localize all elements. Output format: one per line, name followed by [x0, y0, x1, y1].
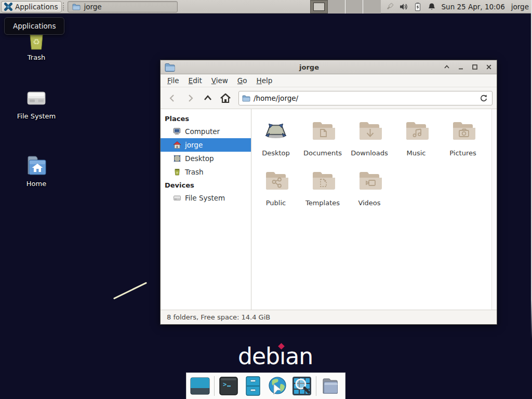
folder-public[interactable]: Public [252, 167, 299, 217]
sidebar-places-header: Places [161, 112, 251, 125]
file-manager-window: jorge File Edit View Go Help [160, 60, 497, 325]
dock-panel: > [186, 373, 345, 399]
folder-name: Templates [305, 199, 340, 207]
window-icon [165, 62, 175, 72]
file-manager-icon[interactable] [243, 376, 263, 396]
svg-text:♻: ♻ [33, 37, 40, 47]
sidebar-item-computer[interactable]: Computer [161, 125, 251, 138]
folder-pictures[interactable]: Pictures [440, 117, 486, 167]
volume-icon[interactable] [399, 2, 408, 11]
statusbar: 8 folders, Free space: 14.4 GiB [161, 310, 497, 324]
workspace-4[interactable] [363, 0, 381, 14]
reload-button[interactable] [478, 93, 489, 103]
menu-help[interactable]: Help [252, 75, 277, 86]
workspace-1[interactable] [310, 0, 328, 14]
drive-icon [24, 86, 49, 111]
desktop-icon-home[interactable]: Home [11, 153, 61, 188]
sidebar-item-label: Desktop [185, 154, 214, 163]
sidebar-item-trash[interactable]: Trash [161, 165, 251, 179]
sidebar-item-label: File System [185, 194, 225, 202]
menu-go[interactable]: Go [233, 75, 252, 86]
desktop-icon-label: Home [26, 180, 46, 188]
desktop-icon-file-system[interactable]: File System [11, 86, 61, 120]
shade-button[interactable] [443, 63, 450, 71]
folder-documents[interactable]: Documents [299, 117, 346, 167]
home-icon [173, 141, 181, 149]
file-view[interactable]: Desktop Documents [251, 109, 497, 310]
logo-text: deb [238, 343, 280, 369]
workspace-3[interactable] [345, 0, 363, 14]
sidebar-item-label: Trash [185, 168, 204, 176]
window-titlebar[interactable]: jorge [161, 60, 497, 74]
sidebar-item-file-system[interactable]: File System [161, 191, 251, 205]
maximize-button[interactable] [471, 63, 478, 71]
up-button[interactable] [200, 90, 216, 106]
terminal-icon[interactable]: > [218, 376, 239, 396]
dock-separator [316, 376, 316, 396]
show-desktop-icon[interactable] [190, 376, 210, 396]
sidebar-item-jorge[interactable]: jorge [161, 138, 251, 152]
taskbar-window-button[interactable]: jorge [68, 1, 178, 12]
music-folder-icon [404, 117, 429, 142]
folder-name: Documents [303, 149, 342, 157]
vertical-scrollbar[interactable] [491, 109, 497, 310]
sidebar-item-desktop[interactable]: Desktop [161, 152, 251, 165]
applications-icon [4, 3, 12, 11]
drive-icon [173, 194, 181, 202]
path-text[interactable]: /home/jorge/ [254, 94, 475, 102]
folder-desktop[interactable]: Desktop [252, 117, 299, 167]
folder-name: Pictures [449, 149, 476, 157]
menubar: File Edit View Go Help [161, 74, 497, 87]
menu-edit[interactable]: Edit [184, 75, 207, 86]
sidebar: Places Computer jorge [161, 109, 251, 310]
workspace-2[interactable] [328, 0, 345, 14]
battery-icon[interactable] [413, 2, 422, 11]
dock-separator [214, 376, 215, 396]
documents-folder-icon [310, 117, 335, 142]
menu-file[interactable]: File [163, 75, 184, 86]
home-button[interactable] [218, 90, 233, 106]
folder-music[interactable]: Music [393, 117, 440, 167]
desktop-icon-label: Trash [28, 54, 45, 61]
desktop-icon [173, 154, 181, 163]
folder-name: Videos [358, 199, 380, 207]
path-bar[interactable]: /home/jorge/ [238, 91, 493, 105]
applications-menu-button[interactable]: Applications [1, 1, 62, 12]
folder-name: Downloads [351, 149, 388, 157]
folder-videos[interactable]: Videos [346, 167, 393, 217]
sidebar-item-label: jorge [185, 141, 203, 149]
sidebar-devices-header: Devices [161, 179, 251, 191]
sidebar-item-label: Computer [185, 127, 220, 136]
panel-username: jorge [511, 3, 529, 11]
menu-view[interactable]: View [207, 75, 233, 86]
system-tray [385, 2, 436, 11]
close-button[interactable] [485, 63, 493, 71]
toolbar: /home/jorge/ [161, 87, 497, 109]
folder-icon [242, 95, 250, 102]
folder-name: Public [266, 199, 286, 207]
minimize-button[interactable] [457, 63, 464, 71]
folder-icon [72, 3, 81, 10]
panel-grip[interactable] [63, 3, 66, 10]
desktop-icon-label: File System [17, 112, 56, 120]
home-folder-icon [24, 153, 49, 178]
window-body: Places Computer jorge [161, 109, 497, 310]
logo-text: an [285, 343, 313, 369]
taskbar-window-label: jorge [84, 3, 101, 11]
folder-name: Desktop [262, 149, 290, 157]
window-controls [443, 63, 493, 71]
app-finder-icon[interactable] [291, 376, 312, 396]
stray-line-artifact [113, 282, 147, 300]
panel-clock[interactable]: Sun 25 Apr, 10:06 [442, 3, 505, 11]
videos-folder-icon [357, 167, 382, 192]
trash-icon [173, 168, 181, 176]
forward-button[interactable] [182, 90, 198, 106]
back-button[interactable] [165, 90, 180, 106]
notifications-icon[interactable] [427, 2, 436, 11]
folder-downloads[interactable]: Downloads [346, 117, 393, 167]
network-icon[interactable] [385, 2, 394, 11]
home-folder-icon[interactable] [320, 376, 341, 396]
web-browser-icon[interactable] [267, 376, 288, 396]
files-grid: Desktop Documents [251, 109, 491, 310]
folder-templates[interactable]: Templates [299, 167, 346, 217]
